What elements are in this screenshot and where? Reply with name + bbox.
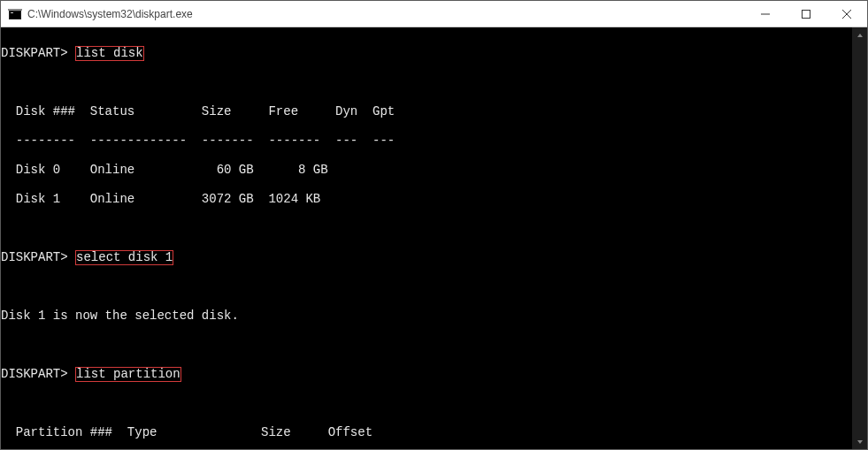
- table-row: Disk 0 Online 60 GB 8 GB: [1, 163, 843, 178]
- vertical-scrollbar[interactable]: [852, 27, 867, 449]
- svg-rect-3: [8, 9, 22, 11]
- prompt: DISKPART>: [1, 46, 68, 60]
- disk-table-header: Disk ### Status Size Free Dyn Gpt: [1, 104, 843, 119]
- command-list-disk: list disk: [75, 46, 144, 61]
- svg-rect-2: [11, 12, 13, 13]
- command-select-disk: select disk 1: [75, 250, 173, 265]
- close-button[interactable]: [826, 1, 867, 27]
- window-title: C:\Windows\system32\diskpart.exe: [27, 8, 193, 20]
- maximize-button[interactable]: [786, 1, 826, 27]
- client-area: DISKPART> list disk Disk ### Status Size…: [1, 27, 867, 449]
- partition-table-header: Partition ### Type Size Offset: [1, 425, 843, 440]
- minimize-button[interactable]: [745, 1, 786, 27]
- status-text: Disk 1 is now the selected disk.: [1, 309, 843, 324]
- prompt: DISKPART>: [1, 250, 68, 264]
- app-icon: [8, 7, 22, 21]
- prompt: DISKPART>: [1, 367, 68, 381]
- terminal-output[interactable]: DISKPART> list disk Disk ### Status Size…: [1, 27, 852, 449]
- scroll-up-icon[interactable]: [852, 27, 867, 42]
- command-list-partition: list partition: [75, 367, 181, 382]
- svg-rect-4: [803, 10, 810, 18]
- window-titlebar: C:\Windows\system32\diskpart.exe: [1, 1, 867, 27]
- scroll-down-icon[interactable]: [852, 434, 867, 449]
- disk-table-divider: -------- ------------- ------- ------- -…: [1, 133, 843, 149]
- table-row: Disk 1 Online 3072 GB 1024 KB: [1, 192, 843, 207]
